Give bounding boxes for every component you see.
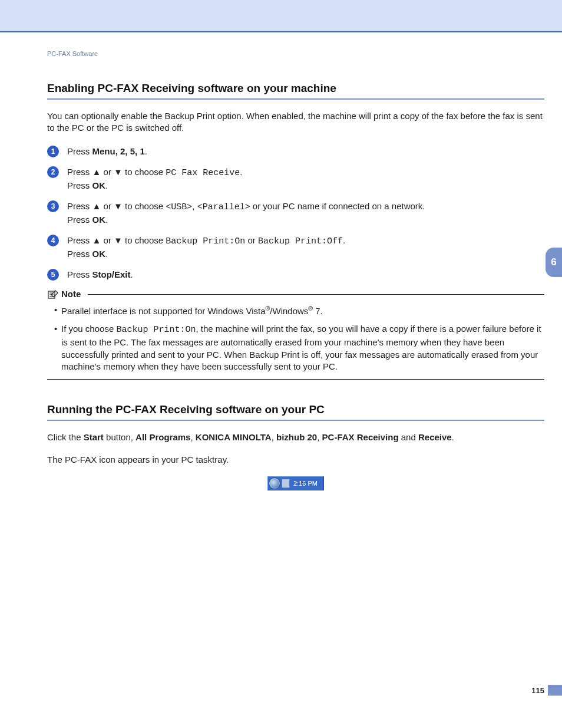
note-item-1: Parallel interface is not supported for … bbox=[54, 304, 544, 318]
page-number: 115 bbox=[531, 686, 544, 695]
up-arrow-icon: ▲ bbox=[92, 235, 101, 245]
up-arrow-icon: ▲ bbox=[92, 167, 101, 177]
step-badge-1: 1 bbox=[47, 146, 59, 157]
step4-text: Press ▲ or ▼ to choose Backup Print:On o… bbox=[67, 235, 345, 259]
section2-line1: Click the Start button, All Programs, KO… bbox=[47, 431, 544, 443]
tray-icon-2 bbox=[282, 479, 290, 488]
step-badge-4: 4 bbox=[47, 235, 59, 246]
step1-text: Press Menu, 2, 5, 1. bbox=[67, 146, 147, 156]
up-arrow-icon: ▲ bbox=[92, 201, 101, 211]
tasktray-image: 2:16 PM bbox=[267, 476, 324, 490]
section2-line2: The PC-FAX icon appears in your PC taskt… bbox=[47, 454, 544, 466]
steps-list: 1 Press Menu, 2, 5, 1. 2 Press ▲ or ▼ to… bbox=[47, 145, 544, 281]
top-bar bbox=[0, 0, 562, 32]
section1-heading: Enabling PC-FAX Receiving software on yo… bbox=[47, 82, 544, 100]
note-list: Parallel interface is not supported for … bbox=[47, 304, 544, 373]
down-arrow-icon: ▼ bbox=[114, 167, 123, 177]
down-arrow-icon: ▼ bbox=[114, 235, 123, 245]
bottom-accent bbox=[548, 685, 562, 696]
tray-time: 2:16 PM bbox=[293, 480, 318, 487]
down-arrow-icon: ▼ bbox=[114, 201, 123, 211]
note-pencil-icon bbox=[47, 289, 59, 299]
note-block: Note Parallel interface is not supported… bbox=[47, 289, 544, 380]
step-badge-5: 5 bbox=[47, 269, 59, 281]
step5-text: Press Stop/Exit. bbox=[67, 269, 133, 279]
note-item-2: If you choose Backup Print:On, the machi… bbox=[54, 323, 544, 373]
step-3: 3 Press ▲ or ▼ to choose <USB>, <Paralle… bbox=[47, 200, 544, 226]
pcfax-tray-icon bbox=[269, 477, 280, 489]
section2-heading: Running the PC-FAX Receiving software on… bbox=[47, 403, 544, 421]
step-4: 4 Press ▲ or ▼ to choose Backup Print:On… bbox=[47, 234, 544, 260]
page-content: PC-FAX Software Enabling PC-FAX Receivin… bbox=[47, 50, 544, 490]
breadcrumb: PC-FAX Software bbox=[47, 50, 544, 57]
step-1: 1 Press Menu, 2, 5, 1. bbox=[47, 145, 544, 157]
step-5: 5 Press Stop/Exit. bbox=[47, 268, 544, 281]
step-badge-3: 3 bbox=[47, 200, 59, 212]
note-label: Note bbox=[61, 289, 81, 299]
section1-intro: You can optionally enable the Backup Pri… bbox=[47, 110, 544, 134]
step3-text: Press ▲ or ▼ to choose <USB>, <Parallel>… bbox=[67, 201, 425, 225]
step2-text: Press ▲ or ▼ to choose PC Fax Receive. P… bbox=[67, 167, 243, 190]
chapter-tab: 6 bbox=[546, 248, 562, 277]
step-badge-2: 2 bbox=[47, 166, 59, 178]
step-2: 2 Press ▲ or ▼ to choose PC Fax Receive.… bbox=[47, 166, 544, 192]
